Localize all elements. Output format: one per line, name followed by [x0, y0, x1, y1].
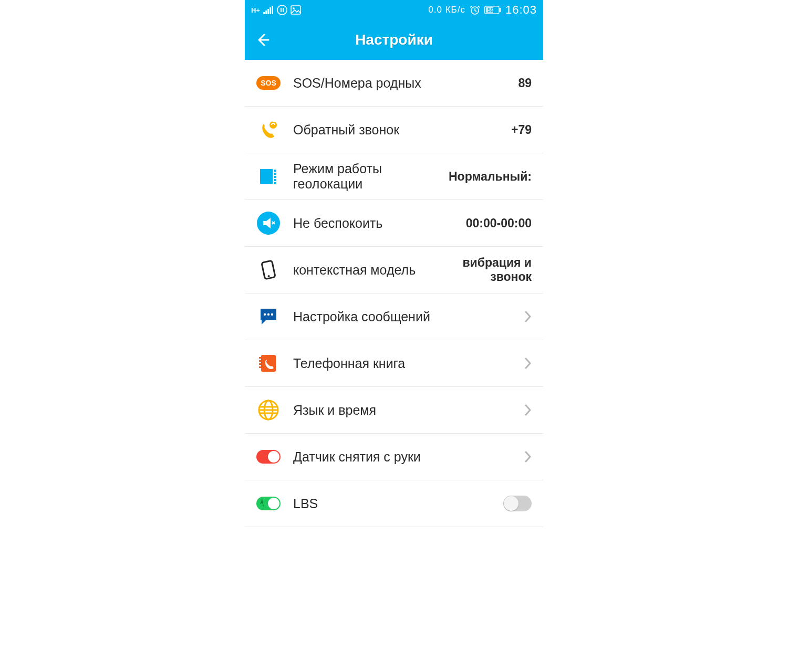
toggle-red-icon	[256, 445, 281, 469]
svg-rect-31	[259, 366, 262, 368]
battery-icon: 59	[484, 6, 501, 14]
pause-circle-icon	[277, 5, 287, 15]
row-sos[interactable]: SOS SOS/Номера родных 89	[245, 60, 543, 107]
svg-rect-2	[267, 9, 269, 14]
alarm-icon	[470, 5, 480, 15]
svg-rect-18	[274, 176, 276, 178]
row-language-time[interactable]: Язык и время	[245, 387, 543, 434]
clock: 16:03	[505, 3, 537, 17]
app-bar: Настройки	[245, 20, 543, 60]
chevron-right-icon	[524, 311, 532, 322]
row-label: Не беспокоить	[293, 216, 466, 231]
svg-point-25	[267, 313, 269, 316]
svg-rect-0	[263, 12, 265, 14]
row-profile[interactable]: контекстная модель вибрация и звонок	[245, 247, 543, 293]
svg-point-26	[271, 313, 273, 316]
row-takeoff-sensor[interactable]: Датчик снятия с руки	[245, 434, 543, 480]
arrow-left-icon	[255, 33, 269, 47]
row-dnd[interactable]: Не беспокоить 00:00-00:00	[245, 200, 543, 247]
chevron-right-icon	[524, 358, 532, 369]
battery-text: 59	[488, 6, 494, 14]
svg-rect-3	[269, 7, 271, 14]
row-label: LBS	[293, 496, 503, 511]
row-callback[interactable]: Обратный звонок +79	[245, 107, 543, 153]
phone-vibrate-icon	[256, 258, 281, 282]
svg-rect-6	[281, 8, 282, 12]
row-label: Настройка сообщений	[293, 309, 520, 324]
messages-icon	[256, 304, 281, 329]
chevron-right-icon	[524, 404, 532, 416]
globe-icon	[256, 398, 281, 422]
row-value: 00:00-00:00	[466, 216, 532, 230]
svg-rect-27	[261, 355, 276, 372]
row-label: Обратный звонок	[293, 122, 511, 138]
svg-rect-17	[274, 173, 276, 175]
toggle-green-icon	[256, 491, 281, 516]
row-value: Нормальный:	[449, 170, 532, 184]
row-label: Датчик снятия с руки	[293, 449, 520, 465]
svg-point-14	[269, 121, 277, 129]
row-value: вибрация и звонок	[432, 256, 532, 284]
chevron-right-icon	[524, 451, 532, 463]
status-bar: H+ 0.0 КБ/с 59 16:03	[245, 0, 543, 20]
svg-rect-16	[274, 170, 276, 172]
svg-rect-7	[283, 8, 284, 12]
svg-point-23	[267, 275, 270, 278]
svg-rect-30	[259, 363, 262, 365]
sos-icon: SOS	[256, 71, 281, 95]
data-rate: 0.0 КБ/с	[428, 5, 465, 15]
svg-rect-20	[274, 182, 276, 184]
network-type-badge: H+	[251, 6, 260, 14]
svg-rect-19	[274, 179, 276, 181]
row-label: Язык и время	[293, 403, 520, 418]
callback-icon	[256, 118, 281, 142]
svg-point-9	[293, 7, 295, 9]
svg-rect-1	[265, 10, 267, 14]
mute-icon	[256, 211, 281, 235]
lbs-toggle[interactable]	[503, 496, 532, 511]
row-lbs[interactable]: LBS	[245, 480, 543, 527]
row-value: 89	[518, 76, 532, 90]
row-label: контекстная модель	[293, 262, 432, 278]
toggle-knob	[504, 496, 519, 511]
row-label: SOS/Номера родных	[293, 76, 518, 91]
svg-point-24	[264, 313, 266, 316]
page-title: Настройки	[355, 32, 433, 48]
signal-icon	[263, 6, 274, 14]
phonebook-icon	[256, 351, 281, 375]
row-label: Телефонная книга	[293, 356, 520, 371]
picture-icon	[291, 5, 301, 15]
svg-rect-28	[259, 357, 262, 359]
status-left: H+	[251, 5, 301, 15]
geolocation-icon	[256, 164, 281, 188]
svg-point-5	[277, 5, 287, 15]
status-right: 0.0 КБ/с 59 16:03	[428, 3, 537, 17]
row-geolocation-mode[interactable]: Режим работы геолокации Нормальный:	[245, 153, 543, 200]
row-messages[interactable]: Настройка сообщений	[245, 293, 543, 340]
row-value: +79	[511, 123, 532, 137]
svg-rect-8	[291, 6, 300, 14]
svg-rect-29	[259, 360, 262, 362]
row-label: Режим работы геолокации	[293, 161, 449, 192]
svg-rect-12	[499, 8, 501, 12]
svg-rect-4	[272, 6, 273, 14]
settings-list: SOS SOS/Номера родных 89 Обратный звонок…	[245, 60, 543, 527]
svg-rect-15	[260, 169, 273, 184]
back-button[interactable]	[254, 32, 270, 48]
phone-frame: H+ 0.0 КБ/с 59 16:03	[245, 0, 543, 527]
row-phonebook[interactable]: Телефонная книга	[245, 340, 543, 387]
